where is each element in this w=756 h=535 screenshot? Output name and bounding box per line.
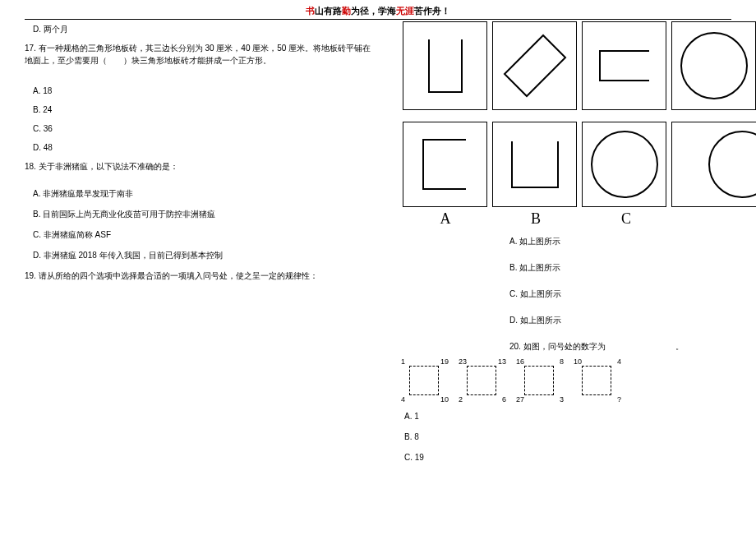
q19-option-b: B. 如上图所示 bbox=[509, 262, 756, 274]
svg-point-1 bbox=[681, 33, 747, 99]
left-column: D. 两个月 17. 有一种规格的三角形地板砖，其三边长分别为 30 厘米，40… bbox=[25, 23, 378, 288]
header-text: 苦作舟！ bbox=[414, 6, 450, 16]
q16-option-d: D. 两个月 bbox=[33, 23, 378, 35]
q18-option-a: A. 非洲猪瘟最早发现于南非 bbox=[33, 187, 378, 200]
q20-square-3: 16 8 27 3 bbox=[519, 361, 559, 400]
header-text: 勤 bbox=[342, 6, 351, 16]
label-b: B bbox=[493, 210, 579, 228]
q19-text: 19. 请从所给的四个选项中选择最合适的一项填入问号处，使之呈一定的规律性： bbox=[25, 270, 378, 282]
page-header: 书山有路勤为径，学海无涯苦作舟！ bbox=[25, 0, 731, 20]
dashed-square-icon bbox=[582, 366, 611, 395]
q18-option-d: D. 非洲猪瘟 2018 年传入我国，目前已得到基本控制 bbox=[33, 249, 378, 261]
answer-shape-c bbox=[582, 122, 666, 207]
q20-squares: 1 19 4 10 23 13 2 6 16 8 27 3 10 bbox=[404, 361, 756, 400]
dashed-square-icon bbox=[467, 366, 496, 395]
corner-num: 10 bbox=[574, 357, 582, 366]
q20-options: A. 1 B. 8 C. 19 bbox=[404, 412, 756, 462]
corner-num: 16 bbox=[516, 357, 524, 366]
q17-option-a: A. 18 bbox=[33, 85, 378, 97]
q20-option-b: B. 8 bbox=[404, 432, 756, 441]
q20-option-c: C. 19 bbox=[404, 453, 756, 462]
q17-option-b: B. 24 bbox=[33, 104, 378, 116]
q17-option-c: C. 36 bbox=[33, 122, 378, 135]
q20-text: 20. 如图，问号处的数字为 。 bbox=[509, 341, 756, 353]
corner-num: 6 bbox=[502, 395, 506, 404]
q19-labels: A B C bbox=[403, 210, 756, 228]
right-column: A B C A. 如上图所示 B. 如上图所示 C. 如上图所示 D. 如上图所… bbox=[403, 21, 756, 473]
q20-text-b: 。 bbox=[675, 342, 684, 351]
corner-num: 23 bbox=[459, 357, 467, 366]
svg-point-3 bbox=[709, 131, 756, 197]
q19-answer-row bbox=[403, 122, 756, 207]
corner-num: 8 bbox=[560, 357, 564, 366]
corner-num: 4 bbox=[401, 395, 405, 404]
q19-sequence-row bbox=[403, 21, 756, 110]
corner-num: 4 bbox=[617, 357, 621, 366]
answer-shape-a bbox=[403, 122, 487, 207]
q20-square-2: 23 13 2 6 bbox=[462, 361, 501, 400]
corner-num: 13 bbox=[498, 357, 506, 366]
q20-square-1: 1 19 4 10 bbox=[404, 361, 444, 400]
corner-num: 27 bbox=[516, 395, 524, 404]
seq-shape-4 bbox=[671, 21, 756, 110]
corner-num: 19 bbox=[440, 357, 449, 366]
q20: 20. 如图，问号处的数字为 。 1 19 4 10 23 13 2 6 16 bbox=[509, 341, 756, 462]
label-a: A bbox=[403, 210, 488, 228]
q19-option-c: C. 如上图所示 bbox=[509, 288, 756, 300]
svg-point-2 bbox=[592, 131, 657, 197]
q17-option-d: D. 48 bbox=[33, 141, 378, 154]
corner-num: 1 bbox=[401, 357, 405, 366]
header-text: 书 bbox=[306, 6, 315, 16]
open-right-rect-icon bbox=[592, 41, 657, 90]
u-shape-icon bbox=[417, 33, 474, 99]
corner-num: 10 bbox=[440, 395, 449, 404]
q19-options: A. 如上图所示 B. 如上图所示 C. 如上图所示 D. 如上图所示 bbox=[509, 236, 756, 326]
corner-num: ? bbox=[617, 395, 621, 404]
circle-icon bbox=[677, 29, 751, 103]
circle-icon bbox=[588, 127, 662, 201]
answer-shape-d-partial bbox=[671, 122, 756, 207]
dashed-square-icon bbox=[409, 366, 439, 395]
q20-option-a: A. 1 bbox=[404, 412, 756, 421]
corner-num: 3 bbox=[560, 395, 564, 404]
q20-text-a: 20. 如图，问号处的数字为 bbox=[509, 342, 606, 351]
open-right-square-icon bbox=[415, 131, 476, 197]
answer-shape-b bbox=[492, 122, 577, 207]
q19-option-d: D. 如上图所示 bbox=[509, 315, 756, 326]
q20-square-4: 10 4 ? bbox=[577, 361, 616, 400]
header-text: 为径，学海 bbox=[351, 6, 396, 16]
header-text: 无涯 bbox=[396, 6, 414, 16]
q18-text: 18. 关于非洲猪瘟，以下说法不准确的是： bbox=[25, 160, 378, 173]
seq-shape-3 bbox=[582, 21, 666, 110]
open-top-square-icon bbox=[502, 131, 568, 197]
seq-shape-2 bbox=[492, 21, 577, 110]
header-text: 山有路 bbox=[315, 6, 342, 16]
circle-icon bbox=[705, 127, 756, 201]
dashed-square-icon bbox=[524, 366, 554, 395]
q19-option-a: A. 如上图所示 bbox=[509, 236, 756, 247]
q18-option-c: C. 非洲猪瘟简称 ASF bbox=[33, 228, 378, 241]
q17-text: 17. 有一种规格的三角形地板砖，其三边长分别为 30 厘米，40 厘米，50 … bbox=[25, 42, 378, 67]
diagonal-rect-icon bbox=[498, 29, 572, 103]
corner-num: 2 bbox=[459, 395, 463, 404]
seq-shape-1 bbox=[403, 21, 487, 110]
label-c: C bbox=[583, 210, 669, 228]
svg-marker-0 bbox=[505, 35, 565, 96]
q18-option-b: B. 目前国际上尚无商业化疫苗可用于防控非洲猪瘟 bbox=[33, 208, 378, 220]
